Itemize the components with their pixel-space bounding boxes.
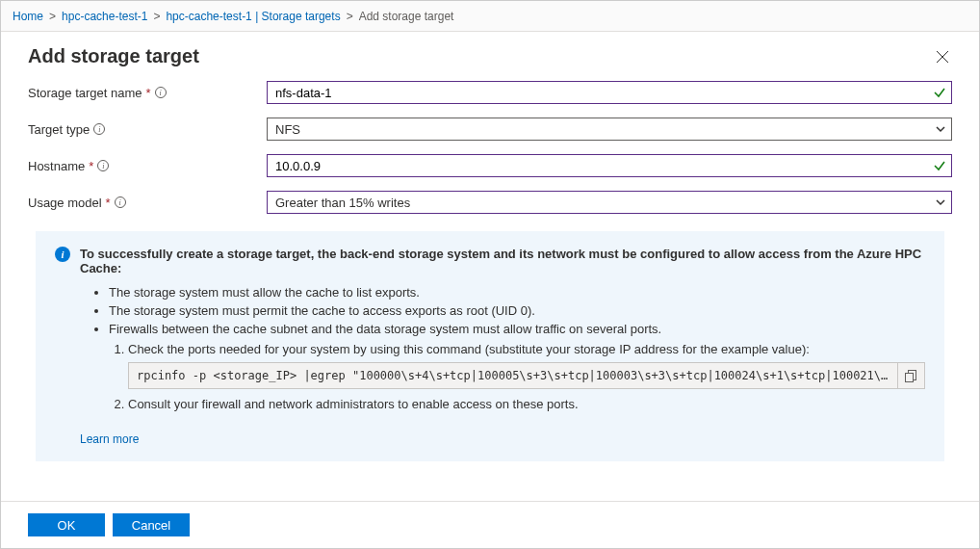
info-icon[interactable]: i <box>155 87 167 98</box>
chevron-right-icon: > <box>153 10 160 23</box>
breadcrumb: Home > hpc-cache-test-1 > hpc-cache-test… <box>1 1 979 32</box>
svg-rect-1 <box>906 373 914 381</box>
hostname-input[interactable] <box>267 154 952 177</box>
info-icon[interactable]: i <box>115 196 126 208</box>
required-icon: * <box>106 196 111 210</box>
page-title: Add storage target <box>28 45 933 67</box>
info-bullet: Firewalls between the cache subnet and t… <box>109 322 925 336</box>
target-type-value: NFS <box>275 122 300 137</box>
breadcrumb-current: Add storage target <box>359 10 454 23</box>
ok-button[interactable]: OK <box>28 513 105 536</box>
check-icon <box>933 86 946 99</box>
cancel-button[interactable]: Cancel <box>113 513 190 536</box>
chevron-right-icon: > <box>49 10 56 23</box>
type-label: Target type <box>28 122 90 137</box>
code-snippet: rpcinfo -p <storage_IP> |egrep "100000\s… <box>129 364 897 387</box>
copy-icon <box>905 370 917 382</box>
chevron-right-icon: > <box>347 10 353 23</box>
usage-label: Usage model <box>28 196 102 210</box>
info-step1: Check the ports needed for your system b… <box>128 342 810 356</box>
chevron-down-icon <box>935 123 946 135</box>
breadcrumb-l1[interactable]: hpc-cache-test-1 <box>62 10 147 23</box>
target-type-select[interactable]: NFS <box>267 118 952 141</box>
host-label: Hostname <box>28 159 85 173</box>
chevron-down-icon <box>935 196 946 208</box>
info-icon[interactable]: i <box>93 123 105 135</box>
info-bullet: The storage system must allow the cache … <box>109 285 925 300</box>
close-button[interactable] <box>933 47 952 66</box>
breadcrumb-home[interactable]: Home <box>13 10 43 23</box>
close-icon <box>936 50 949 64</box>
name-label: Storage target name <box>28 86 142 100</box>
required-icon: * <box>89 159 93 173</box>
copy-button[interactable] <box>897 363 924 388</box>
breadcrumb-l2[interactable]: hpc-cache-test-1 | Storage targets <box>166 10 340 23</box>
info-heading: To successfully create a storage target,… <box>80 247 925 275</box>
usage-model-value: Greater than 15% writes <box>275 196 410 210</box>
info-bullet: The storage system must permit the cache… <box>109 303 925 318</box>
check-icon <box>933 159 946 172</box>
required-icon: * <box>146 86 151 100</box>
usage-model-select[interactable]: Greater than 15% writes <box>267 191 952 214</box>
learn-more-link[interactable]: Learn more <box>80 432 139 446</box>
info-step2: Consult your firewall and network admini… <box>128 397 925 411</box>
info-box: i To successfully create a storage targe… <box>36 231 944 461</box>
info-icon[interactable]: i <box>97 160 109 171</box>
storage-target-name-input[interactable] <box>267 81 952 104</box>
info-circle-icon: i <box>55 247 70 262</box>
